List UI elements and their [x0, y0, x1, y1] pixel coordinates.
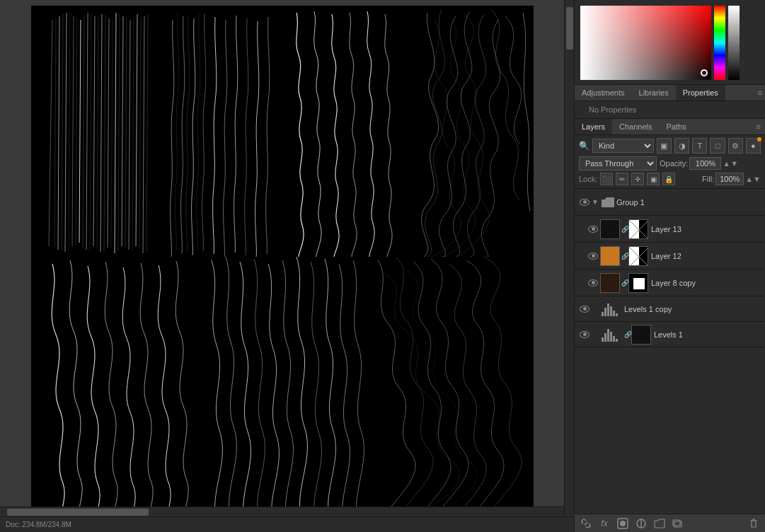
h-scroll-thumb[interactable]: [7, 509, 149, 516]
folder-icon-group1: [602, 197, 614, 207]
smart-filter-btn[interactable]: ⚙: [728, 138, 743, 154]
no-properties-text: No Properties: [582, 100, 643, 120]
levels-icon-1: [602, 328, 621, 342]
svg-rect-42: [629, 220, 639, 239]
svg-rect-51: [601, 274, 620, 293]
fx-btn[interactable]: fx: [597, 516, 611, 531]
opacity-input[interactable]: [689, 157, 721, 170]
link-layer13: 🔗: [621, 226, 628, 233]
tab-properties[interactable]: Properties: [676, 85, 725, 100]
layers-tab-bar: Layers Channels Paths ≡: [575, 119, 765, 135]
color-spectrum[interactable]: [714, 6, 725, 80]
status-text: Doc: 234.8M/234.8M: [6, 521, 71, 528]
layer-item-levels1[interactable]: 🔗 Levels 1: [575, 322, 765, 347]
layer8copy-name: Layer 8 copy: [651, 279, 762, 287]
thumbnail-layer8copy: [600, 273, 620, 293]
svg-rect-40: [367, 257, 534, 507]
color-picker-area: [575, 0, 765, 85]
opacity-label: Opacity:: [660, 159, 688, 168]
levels-icon-copy: [602, 302, 621, 316]
status-bar: Doc: 234.8M/234.8M: [0, 516, 574, 532]
lock-artboard-btn[interactable]: ▣: [647, 173, 660, 185]
lock-position-btn[interactable]: ✏: [616, 173, 628, 185]
lock-pixels-btn[interactable]: ⬛: [600, 173, 613, 185]
delete-layer-btn[interactable]: [747, 516, 761, 531]
svg-rect-48: [629, 247, 639, 266]
color-gradient[interactable]: [580, 6, 711, 80]
type-filter-btn[interactable]: T: [692, 138, 707, 154]
filter-icon: 🔍: [579, 141, 589, 151]
svg-rect-53: [633, 278, 645, 289]
lock-label: Lock:: [579, 175, 597, 183]
tab-layers[interactable]: Layers: [575, 119, 612, 134]
visibility-layer13[interactable]: [586, 222, 600, 236]
visibility-group1[interactable]: [577, 195, 592, 209]
link-btn[interactable]: [579, 516, 593, 531]
fill-label: Fill:: [702, 175, 714, 183]
tab-paths[interactable]: Paths: [660, 119, 694, 134]
layers-menu-btn[interactable]: ≡: [752, 120, 765, 134]
adjust-filter-btn[interactable]: ◑: [674, 138, 689, 154]
mask-layer12: [628, 246, 648, 266]
visibility-layer8copy[interactable]: [586, 276, 600, 290]
thumbnail-layer12: [600, 246, 620, 266]
layer-list: ▼ Group 1 🔗: [575, 189, 765, 514]
blend-mode-dropdown[interactable]: Pass Through Normal Multiply: [579, 156, 657, 170]
layers-toolbar: fx: [575, 514, 765, 532]
opacity-strip[interactable]: [728, 6, 740, 80]
layer-item-layer8copy[interactable]: 🔗 Layer 8 copy: [575, 270, 765, 296]
layer13-name: Layer 13: [651, 225, 762, 233]
svg-rect-41: [601, 220, 620, 239]
mask-levels1: [631, 325, 651, 345]
shape-filter-btn[interactable]: □: [710, 138, 725, 154]
v-scroll-thumb[interactable]: [566, 7, 573, 50]
svg-rect-43: [639, 220, 648, 239]
levels1-name: Levels 1: [654, 330, 762, 339]
vertical-scrollbar[interactable]: [564, 0, 574, 516]
mask-layer13: [628, 219, 648, 239]
color-indicator[interactable]: [701, 69, 708, 76]
link-layer12: 🔗: [621, 253, 628, 260]
link-levels1: 🔗: [624, 331, 631, 338]
horizontal-scrollbar[interactable]: [0, 507, 564, 516]
adjustment-btn[interactable]: [634, 516, 648, 531]
lock-move-btn[interactable]: ✛: [631, 173, 644, 185]
svg-point-56: [620, 521, 626, 526]
tab-adjustments[interactable]: Adjustments: [575, 85, 632, 100]
fill-input[interactable]: [715, 173, 744, 185]
svg-rect-54: [632, 325, 651, 345]
layer-item-levels1copy[interactable]: Levels 1 copy: [575, 296, 765, 322]
mask-layer8copy: [628, 273, 648, 293]
lock-all-btn[interactable]: 🔒: [662, 173, 675, 185]
layer-item-layer13[interactable]: 🔗 Layer 13: [575, 216, 765, 243]
svg-rect-46: [601, 247, 620, 266]
layer12-name: Layer 12: [651, 252, 762, 260]
layer-item-layer12[interactable]: 🔗 Layer 12: [575, 243, 765, 270]
new-group-btn[interactable]: [652, 516, 667, 531]
visibility-layer12[interactable]: [586, 249, 600, 263]
tab-libraries[interactable]: Libraries: [632, 85, 676, 100]
visibility-levels1[interactable]: [577, 328, 592, 342]
canvas: [31, 6, 534, 507]
link-layer8copy: 🔗: [621, 279, 628, 287]
svg-rect-37: [408, 6, 534, 257]
svg-rect-39: [199, 257, 367, 507]
kind-dropdown[interactable]: Kind: [592, 139, 654, 153]
tab-channels[interactable]: Channels: [612, 119, 659, 134]
layer-item-group1[interactable]: ▼ Group 1: [575, 189, 765, 216]
visibility-levels1copy[interactable]: [577, 302, 592, 316]
opacity-arrows[interactable]: ▲▼: [723, 159, 738, 168]
mask-btn[interactable]: [616, 516, 630, 531]
active-filter-indicator[interactable]: ●: [746, 138, 761, 154]
levels1copy-name: Levels 1 copy: [624, 305, 762, 313]
pixel-filter-btn[interactable]: ▣: [657, 138, 672, 154]
fill-arrows[interactable]: ▲▼: [745, 175, 761, 183]
thumbnail-layer13: [600, 219, 620, 239]
properties-menu-btn[interactable]: ≡: [755, 86, 765, 100]
new-layer-btn[interactable]: [671, 516, 685, 531]
properties-tab-bar: Adjustments Libraries Properties ≡: [575, 85, 765, 101]
svg-rect-35: [156, 6, 282, 257]
group1-name: Group 1: [616, 198, 762, 207]
expand-group1[interactable]: ▼: [592, 198, 602, 206]
